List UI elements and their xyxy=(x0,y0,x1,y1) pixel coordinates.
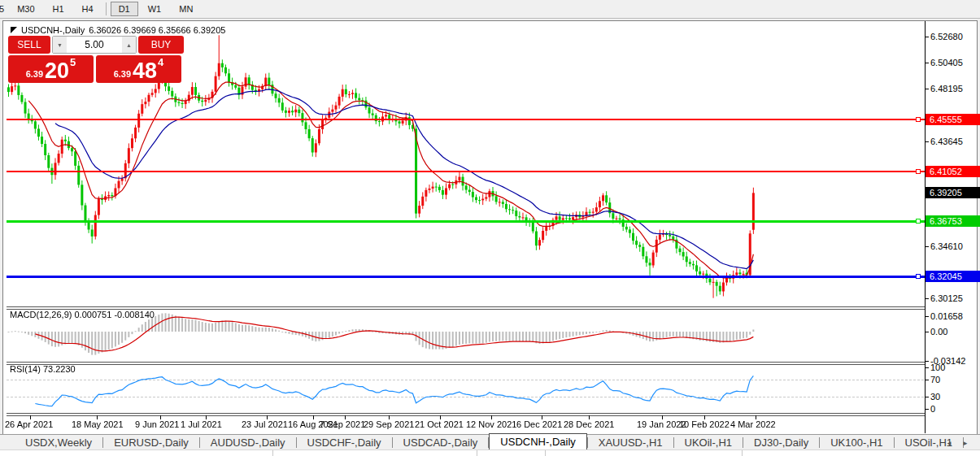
price-chart-canvas[interactable] xyxy=(7,24,925,433)
chart-tab-usdchfdaily[interactable]: USDCHF-,Daily xyxy=(297,436,392,449)
date-axis-label: 12 Nov 2021 xyxy=(466,419,516,429)
axis-tick-label: 0.00 xyxy=(930,327,947,337)
timeframe-toolbar: 5M30H1H4D1W1MN xyxy=(0,0,980,19)
buy-price-box[interactable]: 6.39 48 4 xyxy=(96,55,181,83)
status-separator xyxy=(545,450,546,456)
status-separator xyxy=(742,450,743,456)
sell-button[interactable]: SELL xyxy=(8,36,50,54)
axis-tick-mark xyxy=(925,246,929,247)
buy-price-small: 6.39 xyxy=(114,69,131,79)
chart-tab-uk100h1[interactable]: UK100-,H1 xyxy=(820,436,893,449)
chart-tab-audusddaily[interactable]: AUDUSD-,Daily xyxy=(200,436,296,449)
axis-tick-mark xyxy=(925,316,929,317)
date-axis-label: 28 Dec 2021 xyxy=(564,419,614,429)
chart-tab-dj30daily[interactable]: DJ30-,Daily xyxy=(743,436,819,449)
date-axis-label: 26 Apr 2021 xyxy=(5,419,53,429)
volume-up-icon[interactable]: ▲ xyxy=(122,37,136,53)
buy-price-big: 48 xyxy=(133,60,157,82)
tab-scroll-right-icon[interactable]: ► xyxy=(962,440,969,447)
axis-tick-label: 70 xyxy=(930,375,940,384)
sell-price-box[interactable]: 6.39 20 5 xyxy=(8,55,94,83)
axis-tick-mark xyxy=(925,141,929,142)
axis-tick-mark xyxy=(925,37,929,37)
chart-marker-icon xyxy=(11,27,17,33)
date-axis-label: 6 Dec 2021 xyxy=(516,419,562,429)
timeframe-button-h4[interactable]: H4 xyxy=(74,2,102,16)
axis-tick-label: 6.30125 xyxy=(930,293,963,303)
timeframe-button-h1[interactable]: H1 xyxy=(45,2,72,16)
status-bar xyxy=(0,449,980,456)
sell-price-small: 6.39 xyxy=(26,69,43,79)
axis-tick-mark xyxy=(925,409,929,410)
date-axis-label: 18 May 2021 xyxy=(72,419,124,429)
status-separator xyxy=(272,450,273,456)
axis-tick-label: 6.43645 xyxy=(930,137,963,146)
buy-button[interactable]: BUY xyxy=(138,36,184,54)
date-axis-label: 29 Sep 2021 xyxy=(364,419,414,429)
chart-title: USDCNH-,Daily 6.36026 6.39669 6.35666 6.… xyxy=(11,25,225,35)
axis-tick-label: 0.01658 xyxy=(930,311,963,321)
timeframe-button-5[interactable]: 5 xyxy=(0,2,7,16)
sell-price-sup: 5 xyxy=(70,56,76,68)
axis-tick-label: 6.52680 xyxy=(930,32,963,41)
axis-tick-label: 30 xyxy=(930,392,940,402)
chart-tab-eurusddaily[interactable]: EURUSD-,Daily xyxy=(103,436,199,449)
toolbar-separator xyxy=(106,2,107,15)
axis-tick-mark xyxy=(925,367,929,368)
buy-price-sup: 4 xyxy=(158,56,163,68)
volume-stepper: ▼ 5.00 ▲ xyxy=(52,36,137,54)
axis-tick-mark xyxy=(925,361,929,362)
chart-tab-usoilh1[interactable]: USOil-,H1 xyxy=(895,436,964,449)
rsi-label: RSI(14) 73.2230 xyxy=(10,364,76,374)
axis-tick-label: 100 xyxy=(930,363,945,372)
chart-tab-xauusdh1[interactable]: XAUUSD-,H1 xyxy=(588,436,673,449)
axis-tick-mark xyxy=(925,63,929,63)
axis-tick-mark xyxy=(925,89,929,89)
axis-tick-mark xyxy=(925,298,929,299)
price-level-badge: 6.45555 xyxy=(926,114,980,125)
timeframe-button-m30[interactable]: M30 xyxy=(9,2,42,16)
chart-ohlc: 6.36026 6.39669 6.35666 6.39205 xyxy=(89,25,225,35)
axis-tick-label: 6.50405 xyxy=(930,58,963,67)
timeframe-button-d1[interactable]: D1 xyxy=(111,2,138,16)
date-axis-label: 10 Feb 2022 xyxy=(679,419,730,429)
price-level-badge: 6.32045 xyxy=(926,271,980,282)
date-axis-label: 4 Mar 2022 xyxy=(730,419,776,429)
price-axis-divider xyxy=(925,21,926,433)
axis-tick-mark xyxy=(925,332,929,332)
mt4-window: 5M30H1H4D1W1MN USDCNH-,Daily 6.36026 6.3… xyxy=(0,0,980,456)
tab-scroll-left-icon[interactable]: ◄ xyxy=(946,440,952,447)
chart-tab-bar: USDX,WeeklyEURUSD-,DailyAUDUSD-,DailyUSD… xyxy=(0,434,980,449)
chart-symbol: USDCNH-,Daily xyxy=(21,25,85,35)
axis-tick-label: 6.34610 xyxy=(930,241,963,251)
chart-tab-usdcaddaily[interactable]: USDCAD-,Daily xyxy=(393,436,489,449)
price-level-badge: 6.41052 xyxy=(926,166,980,177)
date-axis-label: 21 Oct 2021 xyxy=(415,419,464,429)
chart-tab-ukoilh1[interactable]: UKOil-,H1 xyxy=(674,436,743,449)
axis-tick-label: 6.48195 xyxy=(930,84,963,93)
chart-tab-usdxweekly[interactable]: USDX,Weekly xyxy=(15,436,102,449)
volume-input[interactable]: 5.00 xyxy=(67,37,122,53)
chart-tab-usdcnhdaily[interactable]: USDCNH-,Daily xyxy=(489,433,586,450)
date-axis-label: 9 Jun 2021 xyxy=(135,419,179,429)
axis-tick-mark xyxy=(925,397,929,397)
axis-tick-label: 0 xyxy=(930,404,935,414)
timeframe-button-mn[interactable]: MN xyxy=(171,2,201,16)
one-click-trading-panel: SELL ▼ 5.00 ▲ BUY 6.39 20 5 6.39 48 4 xyxy=(8,36,184,83)
timeframe-button-w1[interactable]: W1 xyxy=(140,2,170,16)
volume-down-icon[interactable]: ▼ xyxy=(53,37,67,53)
macd-label: MACD(12,26,9) 0.000751 -0.008140 xyxy=(10,310,155,319)
price-level-badge: 6.36753 xyxy=(926,215,980,227)
status-separator xyxy=(477,450,477,456)
sell-price-big: 20 xyxy=(45,60,69,82)
date-axis-label: 7 Sep 2021 xyxy=(320,419,365,429)
date-axis-label: 23 Jul 2021 xyxy=(242,419,288,429)
axis-tick-mark xyxy=(925,380,929,380)
price-level-badge: 6.39205 xyxy=(926,187,980,198)
date-axis-label: 1 Jul 2021 xyxy=(181,419,222,429)
